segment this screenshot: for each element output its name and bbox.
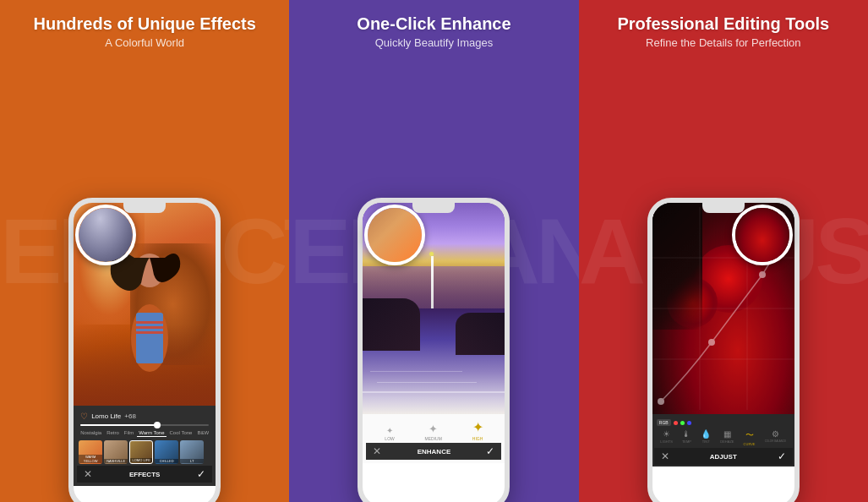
adjust-circle-preview [732, 205, 793, 265]
level-medium[interactable]: ✦ MEDIUM [425, 423, 442, 441]
thumb-label-lt: LT [180, 459, 204, 463]
colorbalance-label: COLOR BALANCE [765, 439, 787, 443]
tab-retro[interactable]: Retro [105, 429, 121, 437]
rgb-tab-rgb[interactable]: RGB [657, 419, 671, 426]
thumb-label-nashville: NASHVILLE [104, 459, 128, 463]
tool-tint[interactable]: 💧 TINT [701, 429, 711, 446]
tab-bw[interactable]: B&W [195, 429, 210, 437]
thumb-label-lomo: LOMO LIFE [130, 458, 152, 462]
effects-circle-preview [75, 205, 136, 265]
enhance-header: One-Click Enhance Quickly Beautify Image… [348, 0, 519, 57]
tool-temp[interactable]: 🌡 TEMP [682, 429, 691, 446]
enhance-bottom-label: ENHANCE [418, 448, 451, 456]
effects-bottom-bar: ✕ EFFECTS ✓ [77, 466, 212, 483]
tab-warmtone[interactable]: Warm Tone [137, 429, 166, 437]
filter-name: Lomo Life [91, 412, 121, 420]
enhance-subtitle: Quickly Beautify Images [357, 36, 510, 49]
adjust-subtitle: Refine the Details for Perfection [617, 36, 829, 49]
adjust-title: Professional Editing Tools [617, 14, 829, 34]
dehaze-label: DEHAZE [720, 439, 734, 444]
tab-nostalgia[interactable]: Nostalgia [79, 429, 103, 437]
effects-bottom-label: EFFECTS [129, 471, 160, 478]
tint-label: TINT [702, 439, 710, 444]
colorbalance-icon: ⚙ [772, 429, 779, 439]
curve-icon: 〜 [745, 429, 754, 441]
svg-rect-3 [136, 321, 163, 324]
adjust-check-icon[interactable]: ✓ [778, 450, 786, 462]
adjust-bottom-bar: ✕ ADJUST ✓ [654, 448, 793, 465]
tool-dehaze[interactable]: ▦ DEHAZE [720, 429, 734, 446]
effects-phone: ♡ Lomo Life +68 Nostalgia Retro Film War… [68, 198, 221, 502]
enhance-bottom-bar: ✕ ENHANCE ✓ [366, 443, 501, 460]
enhance-levels: ✦ LOW ✦ MEDIUM ✦ HIGH [366, 419, 501, 443]
high-label: HIGH [472, 436, 483, 441]
adjust-controls: RGB ☀ LIGHTS 🌡 TEMP [652, 414, 794, 467]
level-high[interactable]: ✦ HIGH [472, 419, 483, 441]
effects-subtitle: A Colorful World [33, 36, 255, 49]
phone-notch [123, 203, 166, 213]
filter-slider[interactable] [80, 424, 209, 426]
adjust-header: Professional Editing Tools Refine the De… [609, 0, 838, 57]
svg-point-12 [708, 339, 715, 346]
svg-rect-2 [136, 313, 163, 363]
filter-tabs: Nostalgia Retro Film Warm Tone Cool Tone… [77, 428, 212, 439]
enhance-phone: ✦ LOW ✦ MEDIUM ✦ HIGH ✕ [358, 198, 510, 502]
heart-icon: ♡ [80, 412, 88, 421]
tool-colorbalance[interactable]: ⚙ COLOR BALANCE [765, 429, 787, 446]
close-icon[interactable]: ✕ [84, 468, 92, 480]
lights-label: LIGHTS [660, 439, 672, 444]
effects-title: Hundreds of Unique Effects [33, 14, 255, 34]
filter-thumb-chilled[interactable]: CHILLED [155, 440, 178, 464]
low-icon: ✦ [386, 426, 393, 435]
svg-rect-4 [136, 326, 163, 329]
temp-label: TEMP [682, 439, 691, 444]
tint-icon: 💧 [701, 429, 711, 439]
high-icon: ✦ [472, 419, 483, 435]
svg-rect-5 [136, 331, 163, 334]
check-icon[interactable]: ✓ [197, 468, 205, 480]
thumb-label-warm: WARM YELLOW [79, 455, 102, 463]
filter-name-row: ♡ Lomo Life +68 [77, 410, 212, 423]
svg-point-13 [759, 271, 766, 278]
medium-label: MEDIUM [425, 436, 442, 441]
enhance-controls: ✦ LOW ✦ MEDIUM ✦ HIGH ✕ [363, 414, 505, 463]
curve-label: CURVE [744, 442, 756, 446]
enhance-close-icon[interactable]: ✕ [373, 445, 381, 457]
rgb-tabs: RGB [654, 417, 793, 428]
filter-thumb-nashville[interactable]: NASHVILLE [104, 440, 128, 464]
effects-controls: ♡ Lomo Life +68 Nostalgia Retro Film War… [74, 406, 216, 486]
enhance-title: One-Click Enhance [357, 14, 510, 34]
enhance-notch [412, 203, 455, 213]
thumb-label-chilled: CHILLED [155, 459, 178, 463]
enhance-check-icon[interactable]: ✓ [486, 445, 494, 457]
tab-film[interactable]: Film [123, 429, 135, 437]
tool-curve[interactable]: 〜 CURVE [744, 429, 756, 446]
level-low[interactable]: ✦ LOW [385, 426, 394, 441]
filter-thumb-lt[interactable]: LT [180, 440, 204, 464]
filter-thumb-warm[interactable]: WARM YELLOW [79, 440, 102, 464]
rgb-dot-r [674, 421, 678, 425]
effects-header: Hundreds of Unique Effects A Colorful Wo… [25, 0, 264, 57]
effects-panel: EFFECTS Hundreds of Unique Effects A Col… [0, 0, 289, 502]
medium-icon: ✦ [429, 423, 438, 435]
low-label: LOW [385, 436, 394, 441]
filter-thumbnails: WARM YELLOW NASHVILLE LOMO LIFE CHILLED [77, 439, 212, 466]
temp-icon: 🌡 [682, 429, 691, 439]
adjust-tools: ☀ LIGHTS 🌡 TEMP 💧 TINT ▦ [654, 428, 793, 448]
rgb-dot-b [687, 421, 691, 425]
filter-thumb-lomo[interactable]: LOMO LIFE [129, 440, 153, 464]
enhance-circle-preview [364, 205, 425, 265]
svg-point-11 [658, 398, 664, 405]
adjust-notch [702, 203, 745, 213]
filter-value: +68 [124, 412, 136, 420]
adjust-panel: ADJUST Professional Editing Tools Refine… [579, 0, 868, 502]
enhance-panel: ENHANCE One-Click Enhance Quickly Beauti… [289, 0, 578, 502]
adjust-phone: 👁 RGB ☀ LIGHTS [647, 198, 800, 502]
adjust-bottom-label: ADJUST [710, 453, 737, 461]
rgb-dot-g [680, 421, 685, 425]
adjust-close-icon[interactable]: ✕ [661, 450, 669, 462]
tool-lights[interactable]: ☀ LIGHTS [660, 429, 672, 446]
dehaze-icon: ▦ [723, 429, 731, 439]
tab-cooltone[interactable]: Cool Tone [168, 429, 194, 437]
lights-icon: ☀ [663, 429, 670, 439]
